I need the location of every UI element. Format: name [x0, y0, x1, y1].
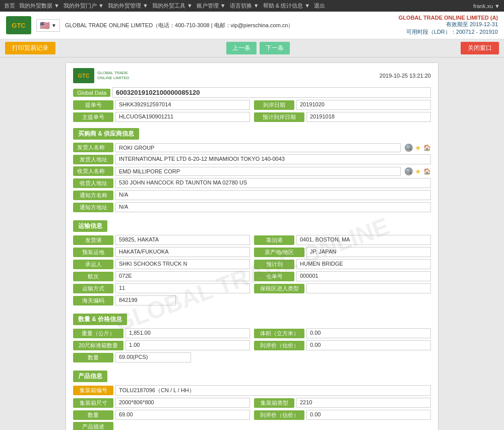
voyage-label: 航次: [73, 272, 113, 281]
main-bill-value: HLCUOSA190901211: [115, 112, 250, 122]
dest-value: HUMEN BRIDGE: [296, 259, 431, 269]
nav-manage[interactable]: 我的外贸管理 ▼: [108, 2, 148, 10]
container-size-value: 2000*806*800: [115, 398, 250, 408]
preload-row: 预装运地 HAKATA/FUKUOKA: [73, 247, 250, 257]
product-cif-value: 0.00: [306, 410, 431, 420]
product-header: 产品信息: [73, 371, 107, 382]
transport-mode-value: 11: [115, 283, 250, 293]
shipper-name-value: ROKI GROUP: [115, 143, 401, 152]
weight-label: 重量（公斤）: [73, 329, 123, 338]
carrier-row: 承运人 SHKI SCHOOKS TRUCK N: [73, 259, 250, 269]
customs-code-value: 842199: [115, 295, 176, 305]
logo: GTC: [6, 16, 31, 34]
departure-port-label: 发货港: [73, 235, 113, 245]
nav-home[interactable]: 首页: [4, 2, 15, 10]
record-header: GTC GLOBAL TRADEONLINE LIMITED 2019-10-2…: [73, 68, 431, 83]
product-qty-label: 数量: [73, 410, 113, 420]
container-20ft-row: 20尺标准箱数量 1.00: [73, 340, 250, 350]
nav-account[interactable]: 账户管理 ▼: [197, 2, 226, 10]
container-20ft-value: 1.00: [125, 340, 250, 350]
close-button-top[interactable]: 关闭窗口: [461, 42, 499, 54]
qty-value: 69.00(PCS): [115, 352, 191, 362]
container-20ft-label: 20尺标准箱数量: [73, 341, 123, 350]
product-cif-row: 到岸价（估价） 0.00: [254, 410, 431, 420]
container-type-label: 集装箱类型: [254, 398, 294, 408]
arrival-port-row: 靠泊港 0401, BOSTON, MA: [254, 235, 431, 245]
star-icon[interactable]: ★: [415, 144, 421, 152]
user-info[interactable]: frank.xu ▼: [473, 3, 500, 9]
print-button-top[interactable]: 打印贸易记录: [5, 42, 55, 54]
search-icon[interactable]: 🔍: [405, 144, 413, 152]
transport-header: 运输信息: [73, 220, 107, 232]
header-left: GTC 🇺🇸 ▼ GLOBAL TRADE ONLINE LIMITED（电话：…: [6, 16, 293, 34]
prev-button-top[interactable]: 上一条: [226, 42, 257, 54]
nav-language[interactable]: 语言切换 ▼: [230, 2, 259, 10]
header: GTC 🇺🇸 ▼ GLOBAL TRADE ONLINE LIMITED（电话：…: [0, 12, 504, 39]
consignee-search-icon[interactable]: 🔍: [405, 167, 413, 175]
next-button-top[interactable]: 下一条: [260, 42, 290, 54]
transport-section: 运输信息 发货港 59825, HAKATA 靠泊港 0401, BOSTON,…: [73, 216, 431, 305]
qty-label: 数量: [73, 353, 113, 362]
product-section: 产品信息 集装箱编号 TOLU2187096（CN / L / HH） 集装箱尺…: [73, 366, 431, 430]
est-arrival-value: 20191018: [306, 112, 431, 122]
weight-row: 重量（公斤） 1,851.00: [73, 328, 250, 338]
voyage-row: 航次 072E: [73, 271, 250, 281]
consignee-star-icon[interactable]: ★: [415, 167, 421, 175]
consignee-home-icon[interactable]: 🏠: [423, 168, 431, 175]
container-size-row: 集装箱尺寸 2000*806*800: [73, 398, 250, 408]
transport-mode-row: 运输方式 11: [73, 283, 250, 293]
nav-mydata[interactable]: 我的外贸数据 ▼: [19, 2, 59, 10]
main-bill-number-row: 主提单号 HLCUOSA190901211: [73, 112, 250, 122]
volume-value: 0.00: [306, 328, 431, 338]
arrival-date-row: 到岸日期 20191020: [254, 100, 431, 110]
cif-row: 到岸价（估价） 0.00: [254, 340, 431, 350]
main-bill-label: 主提单号: [73, 112, 113, 122]
ldr: 可用时段（LDR）：200712 - 201910: [399, 28, 498, 36]
buyer-supplier-header: 买购商 & 供应商信息: [73, 128, 139, 140]
record-datetime: 2019-10-25 13:21:20: [380, 73, 431, 79]
product-cif-label: 到岸价（估价）: [254, 410, 304, 420]
main-content: GLOBAL TRADE ONLINE GTC GLOBAL TRADEONLI…: [0, 57, 504, 430]
voyage-value: 072E: [115, 271, 250, 281]
transport-mode-label: 运输方式: [73, 284, 113, 293]
nav-logout[interactable]: 退出: [314, 2, 325, 10]
container-type-value: 2210: [296, 398, 431, 408]
bill-date-row: 提单号 SHKK392912597014 到岸日期 20191020: [73, 100, 431, 112]
arrival-port-value: 0401, BOSTON, MA: [296, 235, 431, 245]
product-desc-header-row: 产品描述: [73, 422, 431, 430]
nav-tools[interactable]: 我的外贸工具 ▼: [152, 2, 193, 10]
notify-name-value: N/A: [115, 190, 431, 200]
flag-button[interactable]: 🇺🇸 ▼: [36, 19, 60, 32]
preload-label: 预装运地: [73, 248, 113, 257]
container-size-label: 集装箱尺寸: [73, 398, 113, 408]
record-card: GLOBAL TRADE ONLINE GTC GLOBAL TRADEONLI…: [66, 63, 438, 430]
consignee-name-value: EMD MILLIPORE CORP: [115, 167, 401, 176]
top-toolbar: 打印贸易记录 上一条 下一条 关闭窗口: [0, 39, 504, 57]
container-cif-row: 20尺标准箱数量 1.00 到岸价（估价） 0.00: [73, 340, 431, 352]
record-logo: GTC GLOBAL TRADEONLINE LIMITED: [73, 68, 130, 83]
global-data-label: Global Data: [73, 89, 110, 97]
volume-row: 体积（立方米） 0.00: [254, 328, 431, 338]
bonded-zone-label: 保税区进入类型: [254, 284, 304, 293]
nav-portal[interactable]: 我的外贸门户 ▼: [64, 2, 104, 10]
qty-row: 数量 69.00(PCS): [73, 352, 431, 362]
notify-name-row: 通知方名称 N/A: [73, 190, 431, 200]
product-qty-row: 数量 69.00: [73, 410, 250, 420]
notify-name-label: 通知方名称: [73, 191, 113, 200]
nav-help[interactable]: 帮助 & 统计信息 ▼: [263, 2, 310, 10]
origin-label: 原产地/地区: [254, 248, 304, 257]
voyage-warehouse-row: 航次 072E 仓单号 000001: [73, 271, 431, 283]
header-right: GLOBAL TRADE ONLINE LIMITED (A) 有效期至 201…: [399, 15, 498, 36]
bill-number-value: SHKK392912597014: [115, 100, 250, 110]
consignee-icons: 🔍 ★ 🏠: [405, 167, 431, 175]
container-number-row: 集装箱编号 TOLU2187096（CN / L / HH）: [73, 385, 431, 396]
bill-number-label: 提单号: [73, 100, 113, 110]
dest-label: 预计到: [254, 260, 294, 269]
quantity-price-section: 数量 & 价格信息 重量（公斤） 1,851.00 体积（立方米） 0.00 2…: [73, 310, 431, 362]
product-desc-label[interactable]: 产品描述: [73, 422, 113, 430]
warehouse-row: 仓单号 000001: [254, 271, 431, 281]
est-arrival-row: 预计到岸日期 20191018: [254, 112, 431, 122]
home-icon[interactable]: 🏠: [423, 144, 431, 151]
global-data-row: Global Data 60032019102100000085120: [73, 87, 431, 98]
customs-code-row: 海关编码 842199: [73, 295, 431, 305]
